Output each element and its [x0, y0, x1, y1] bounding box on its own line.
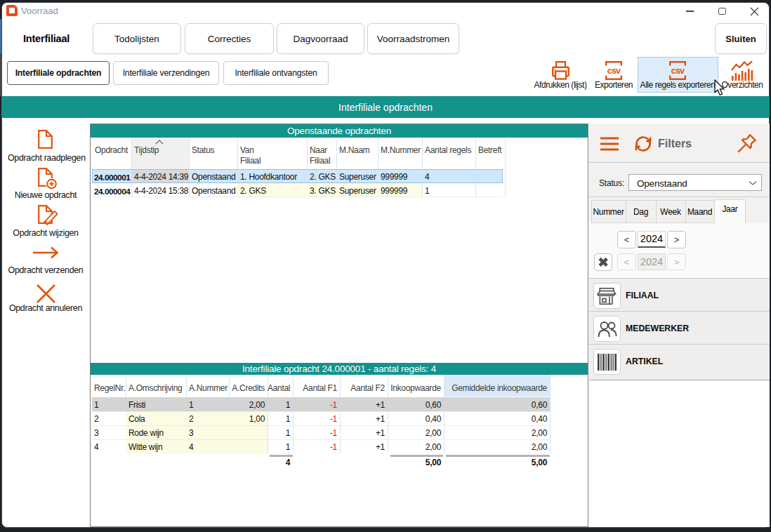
svg-text:csv: csv	[671, 66, 685, 76]
svg-text:csv: csv	[607, 66, 621, 76]
